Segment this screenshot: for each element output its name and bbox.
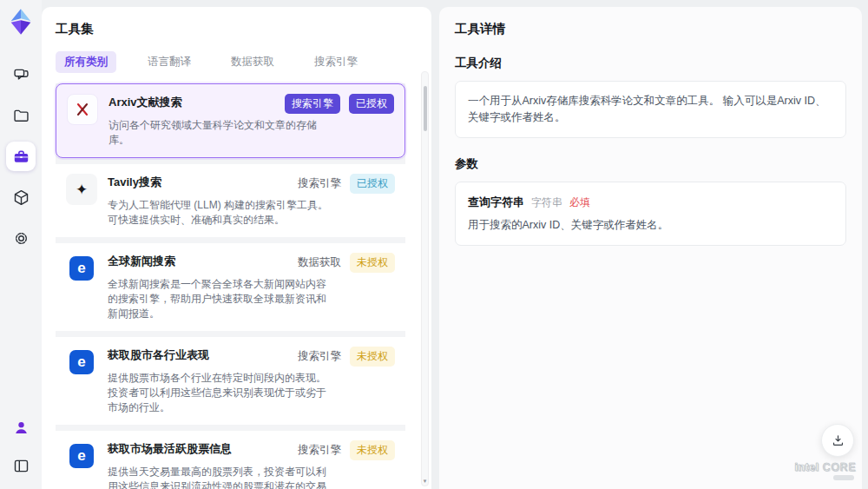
arxiv-logo-icon: [67, 94, 98, 125]
tool-list-scrollbar[interactable]: ▾: [421, 71, 429, 486]
category-label: 数据获取: [298, 255, 341, 270]
tool-description: 专为人工智能代理 (LLM) 构建的搜索引擎工具。可快速提供实时、准确和真实的结…: [108, 198, 328, 228]
package-icon[interactable]: [6, 182, 36, 212]
folder-icon[interactable]: [6, 101, 36, 130]
param-name: 查询字符串: [468, 194, 524, 211]
tool-description: 全球新闻搜索是一个聚合全球各大新闻网站内容的搜索引擎，帮助用户快速获取全球最新资…: [108, 277, 328, 321]
intro-text: 一个用于从Arxiv存储库搜索科学论文和文章的工具。 输入可以是Arxiv ID…: [468, 95, 826, 123]
tool-details-panel: 工具详情 工具介绍 一个用于从Arxiv存储库搜索科学论文和文章的工具。 输入可…: [439, 7, 862, 489]
category-label: 搜索引擎: [298, 176, 341, 191]
tavily-star-icon: ✦: [66, 174, 97, 205]
settings-gear-icon[interactable]: [6, 223, 36, 253]
download-button[interactable]: [821, 424, 854, 457]
param-description: 用于搜索的Arxiv ID、关键字或作者姓名。: [468, 217, 833, 234]
news-logo-icon: e: [66, 253, 97, 284]
toolbox-icon[interactable]: [6, 142, 36, 171]
intro-heading: 工具介绍: [455, 56, 846, 71]
auth-status-badge: 未授权: [350, 347, 395, 367]
tool-list: Arxiv文献搜索 搜索引擎 已授权 访问各个研究领域大量科学论文和文章的存储库…: [56, 83, 405, 489]
tool-name: 获取股市各行业表现: [108, 347, 298, 363]
intel-logo-text: intel: [795, 460, 819, 473]
tool-name: 全球新闻搜索: [108, 253, 298, 269]
scrollbar-down-arrow-icon[interactable]: ▾: [422, 478, 428, 485]
core-logo-text: CORE: [823, 461, 857, 473]
tool-description: 提供当天交易量最高的股票列表，投资者可以利用这些信息来识别流动性强的股票和潜在的…: [108, 465, 328, 489]
tool-name: Tavily搜索: [108, 174, 298, 190]
tab-search-engine[interactable]: 搜索引擎: [306, 51, 366, 73]
category-label: 搜索引擎: [298, 349, 341, 364]
scrollbar-thumb[interactable]: [424, 86, 427, 131]
params-heading: 参数: [455, 156, 846, 172]
tool-card-arxiv[interactable]: Arxiv文献搜索 搜索引擎 已授权 访问各个研究领域大量科学论文和文章的存储库…: [56, 83, 405, 158]
intro-card: 一个用于从Arxiv存储库搜索科学论文和文章的工具。 输入可以是Arxiv ID…: [455, 81, 846, 138]
param-type: 字符串: [531, 195, 562, 210]
tool-name: Arxiv文献搜索: [108, 94, 285, 110]
tab-language-translation[interactable]: 语言翻译: [139, 51, 200, 73]
param-card: 查询字符串 字符串 必填 用于搜索的Arxiv ID、关键字或作者姓名。: [455, 182, 846, 246]
tool-list-panel: 工具集 所有类别 语言翻译 数据获取 搜索引擎 Arxiv文献搜索 搜索引擎 已…: [42, 7, 431, 489]
chat-icon[interactable]: [6, 60, 36, 89]
download-icon: [831, 433, 845, 448]
auth-status-badge: 已授权: [349, 94, 394, 114]
auth-status-badge: 已授权: [350, 174, 395, 194]
tool-card-tavily[interactable]: ✦ Tavily搜索 搜索引擎 已授权 专为人工智能代理 (LLM) 构建的搜索…: [56, 164, 405, 237]
param-required-badge: 必填: [569, 195, 590, 210]
app-sidebar: [0, 0, 42, 489]
panel-toggle-icon[interactable]: [6, 451, 36, 480]
auth-status-badge: 未授权: [350, 253, 395, 273]
category-badge: 搜索引擎: [285, 94, 340, 114]
app-logo-gem-icon: [5, 6, 36, 37]
page-title: 工具集: [56, 21, 418, 37]
sidebar-nav: [6, 60, 36, 253]
tool-description: 提供股票市场各个行业在特定时间段内的表现。投资者可以利用这些信息来识别表现优于或…: [108, 371, 328, 415]
details-title: 工具详情: [455, 21, 846, 37]
news-logo-icon: e: [66, 440, 97, 472]
tab-data-fetch[interactable]: 数据获取: [222, 51, 283, 73]
category-label: 搜索引擎: [298, 443, 341, 458]
intel-core-logo: intel CORE: [793, 459, 858, 480]
user-avatar-icon[interactable]: [6, 413, 36, 442]
tab-all-categories[interactable]: 所有类别: [56, 51, 116, 73]
category-tabs: 所有类别 语言翻译 数据获取 搜索引擎: [56, 51, 418, 73]
sidebar-bottom: [6, 413, 36, 480]
tool-card-global-news[interactable]: e 全球新闻搜索 数据获取 未授权 全球新闻搜索是一个聚合全球各大新闻网站内容的…: [56, 243, 405, 331]
tool-card-most-active-stocks[interactable]: e 获取市场最活跃股票信息 搜索引擎 未授权 提供当天交易量最高的股票列表，投资…: [56, 431, 405, 489]
news-logo-icon: e: [66, 347, 97, 378]
auth-status-badge: 未授权: [350, 440, 395, 460]
tool-name: 获取市场最活跃股票信息: [108, 440, 298, 457]
intel-badge-accent: [833, 475, 854, 480]
tool-card-sector-performance[interactable]: e 获取股市各行业表现 搜索引擎 未授权 提供股票市场各个行业在特定时间段内的表…: [56, 337, 405, 425]
tool-description: 访问各个研究领域大量科学论文和文章的存储库。: [108, 118, 329, 148]
